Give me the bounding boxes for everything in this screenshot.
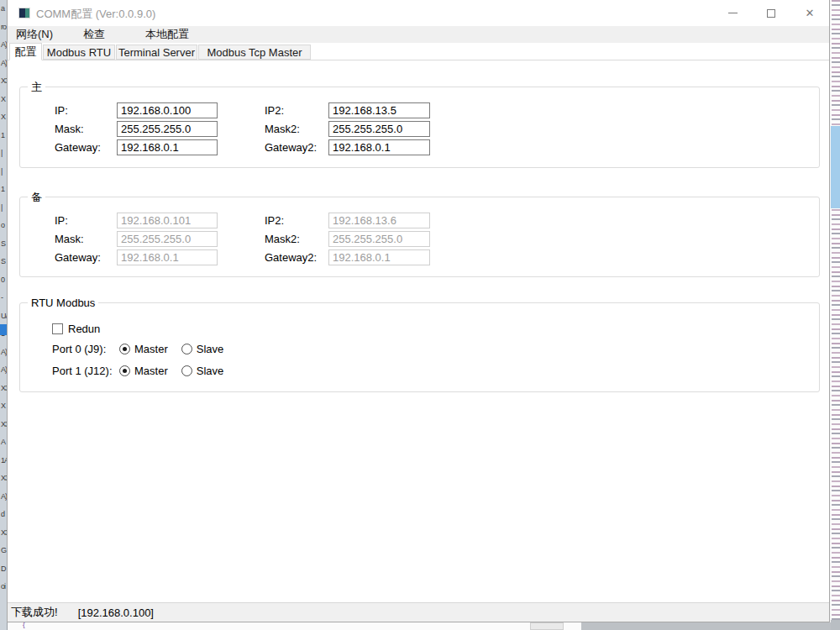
ip2-label: IP2: <box>265 104 284 117</box>
backup-mask-label: Mask: <box>55 233 84 245</box>
status-bar: 下载成功! [192.168.0.100] <box>8 602 829 622</box>
port1-slave-radio[interactable] <box>181 365 192 376</box>
port1-row: Port 1 (J12): Master Slave <box>52 365 237 377</box>
port0-slave-label: Slave <box>197 343 224 355</box>
mask-input[interactable] <box>117 121 218 137</box>
backup-network-group: 备 IP: Mask: Gateway: IP2: Mask2: Gateway… <box>19 197 820 277</box>
backup-ip2-label: IP2: <box>265 214 284 227</box>
menu-item-network[interactable]: 网络(N) <box>8 25 61 44</box>
background-window-right <box>831 0 840 630</box>
app-window: COMM配置 (Ver:0.0.9.0) ✕ 网络(N) 检查 本地配置 <box>7 0 830 622</box>
redun-checkbox-row: Redun <box>52 323 100 335</box>
backup-group-title: 备 <box>28 191 45 203</box>
gateway2-label: Gateway2: <box>265 141 317 154</box>
backup-gateway2-input <box>328 249 430 265</box>
background-window-bottom: { <box>8 622 831 630</box>
backup-mask2-label: Mask2: <box>265 233 300 245</box>
screen: a ro A) A) X3 X X 1 | | 1 | o S S 0 - UA… <box>0 0 840 630</box>
rtu-modbus-group: RTU Modbus Redun Port 0 (J9): Master Sla… <box>19 302 820 392</box>
menu-item-check[interactable]: 检查 <box>75 25 113 44</box>
port0-master-label: Master <box>134 343 168 355</box>
maximize-button[interactable] <box>752 0 790 26</box>
port0-label: Port 0 (J9): <box>52 343 119 355</box>
port0-slave-radio[interactable] <box>181 344 192 354</box>
backup-gateway-label: Gateway: <box>55 251 101 264</box>
backup-gateway2-label: Gateway2: <box>265 251 317 264</box>
mask2-label: Mask2: <box>265 123 300 135</box>
backup-ip-label: IP: <box>55 214 68 227</box>
mask2-input[interactable] <box>328 121 430 137</box>
port1-master-radio[interactable] <box>119 365 130 376</box>
background-scrollbar-thumb <box>530 622 564 630</box>
tab-config[interactable]: 配置 <box>9 43 42 60</box>
port1-master-label: Master <box>134 365 168 377</box>
backup-ip2-input <box>328 213 430 228</box>
backup-ip-input <box>117 213 218 228</box>
redun-label: Redun <box>68 323 100 335</box>
window-title: COMM配置 (Ver:0.0.9.0) <box>36 7 155 22</box>
tab-modbus-tcp-master[interactable]: Modbus Tcp Master <box>198 45 311 60</box>
main-group-title: 主 <box>28 81 45 93</box>
status-ip-address: [192.168.0.100] <box>78 606 154 619</box>
close-icon: ✕ <box>806 8 815 18</box>
close-button[interactable]: ✕ <box>790 0 829 26</box>
port0-master-radio[interactable] <box>119 344 130 354</box>
minimize-button[interactable] <box>713 0 752 26</box>
tab-strip: 配置 Modbus RTU Terminal Server Modbus Tcp… <box>8 43 829 60</box>
port0-row: Port 0 (J9): Master Slave <box>52 343 237 355</box>
backup-mask2-input <box>328 231 430 247</box>
gateway-input[interactable] <box>117 139 218 155</box>
gateway2-input[interactable] <box>328 139 430 155</box>
mask-label: Mask: <box>55 123 84 135</box>
rtu-group-title: RTU Modbus <box>28 297 98 309</box>
gateway-label: Gateway: <box>55 141 101 154</box>
ip2-input[interactable] <box>328 102 430 118</box>
maximize-icon <box>767 9 775 18</box>
backup-gateway-input <box>117 249 218 265</box>
redun-checkbox[interactable] <box>52 323 63 334</box>
tab-terminal-server[interactable]: Terminal Server <box>116 45 197 60</box>
backup-mask-input <box>117 231 218 247</box>
main-network-group: 主 IP: Mask: Gateway: IP2: Mask2: Gateway… <box>19 87 820 168</box>
background-code-lines <box>832 0 840 630</box>
port1-label: Port 1 (J12): <box>52 365 119 377</box>
background-code-selection <box>831 126 840 208</box>
background-scrollbar-track <box>581 622 831 630</box>
background-taskbar-sliver <box>831 620 840 630</box>
config-tab-panel: 主 IP: Mask: Gateway: IP2: Mask2: Gateway… <box>8 60 829 603</box>
app-icon <box>18 8 30 18</box>
window-controls: ✕ <box>713 0 829 26</box>
minimize-icon <box>728 13 738 13</box>
status-message: 下载成功! <box>11 605 58 620</box>
menu-item-local-config[interactable]: 本地配置 <box>137 25 197 44</box>
menu-bar: 网络(N) 检查 本地配置 <box>8 26 829 43</box>
ip-label: IP: <box>55 104 68 117</box>
background-code-fragment: { <box>23 622 25 628</box>
tab-modbus-rtu[interactable]: Modbus RTU <box>43 45 115 60</box>
ip-input[interactable] <box>117 102 218 118</box>
port1-slave-label: Slave <box>197 365 224 377</box>
app-icon-left <box>19 8 25 18</box>
app-icon-right <box>25 8 29 18</box>
title-bar[interactable]: COMM配置 (Ver:0.0.9.0) ✕ <box>8 0 829 26</box>
